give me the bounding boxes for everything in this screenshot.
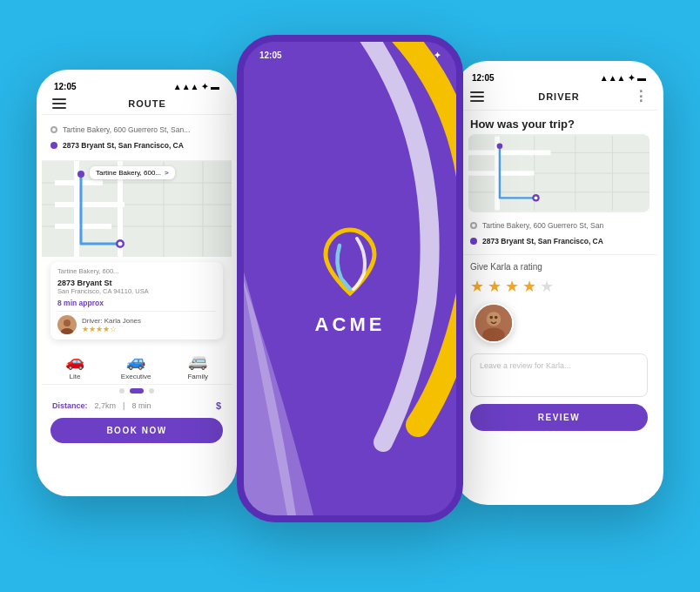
driver-avatar-small bbox=[57, 315, 77, 334]
book-button[interactable]: BOOK NOW bbox=[50, 418, 223, 443]
right-signal: ▲▲▲ ✦ ▬ bbox=[600, 73, 646, 83]
right-dots[interactable]: ⋮ bbox=[634, 88, 648, 104]
to-dot bbox=[50, 142, 57, 149]
review-button[interactable]: REVIEW bbox=[470, 404, 648, 431]
right-status-bar: 12:05 ▲▲▲ ✦ ▬ bbox=[460, 66, 658, 86]
price: $ bbox=[216, 400, 221, 411]
right-from-row: Tartine Bakery, 600 Guerrero St, San bbox=[470, 218, 648, 233]
acme-brand-text: ACME bbox=[315, 313, 386, 336]
divider: | bbox=[123, 401, 125, 410]
review-placeholder: Leave a review for Karla... bbox=[480, 361, 571, 370]
menu-icon[interactable] bbox=[52, 98, 66, 109]
svg-rect-28 bbox=[468, 171, 535, 176]
callout-text: Tartine Bakery, 600... bbox=[96, 169, 161, 177]
distance-value: 2,7km bbox=[95, 401, 117, 410]
splash-screen: 12:05 ▲▲▲ ✦ bbox=[244, 42, 456, 515]
from-address: Tartine Bakery, 600 Guerrero St, San... bbox=[63, 125, 190, 134]
right-from-dot bbox=[470, 222, 477, 229]
stars-small: ★★★★☆ bbox=[82, 325, 141, 333]
car-family-label: Family bbox=[187, 373, 208, 380]
car-lite-icon: 🚗 bbox=[65, 352, 84, 371]
phone-left: 12:05 ▲▲▲ ✦ ▬ ROUTE Tartine Bakery, 600 … bbox=[37, 70, 237, 496]
right-menu-icon[interactable] bbox=[470, 91, 484, 102]
rating-title: Give Karla a rating bbox=[470, 262, 648, 272]
star-4[interactable]: ★ bbox=[522, 277, 536, 296]
car-exec-icon: 🚙 bbox=[126, 352, 145, 371]
distance-label: Distance: bbox=[52, 401, 88, 410]
left-time: 12:05 bbox=[54, 82, 77, 91]
driver-info-small: Driver: Karla Jones ★★★★☆ bbox=[82, 317, 141, 333]
center-status-bar: 12:05 ▲▲▲ ✦ bbox=[244, 50, 456, 60]
right-from-addr: Tartine Bakery, 600 Guerrero St, San bbox=[482, 221, 603, 230]
phone-center: 12:05 ▲▲▲ ✦ bbox=[237, 35, 463, 522]
svg-point-17 bbox=[61, 328, 73, 334]
svg-rect-10 bbox=[55, 224, 111, 229]
acme-logo-svg bbox=[311, 221, 389, 299]
right-to-addr: 2873 Bryant St, San Francisco, CA bbox=[482, 237, 603, 246]
car-options: 🚗 Lite 🚙 Executive 🚐 Family bbox=[42, 345, 232, 385]
svg-point-34 bbox=[482, 327, 505, 341]
bubble-to-sub: San Francisco, CA 94110, USA bbox=[57, 287, 216, 295]
selector-dot-3 bbox=[149, 388, 154, 394]
left-title: ROUTE bbox=[73, 98, 221, 109]
svg-rect-27 bbox=[468, 151, 551, 156]
svg-point-13 bbox=[77, 171, 84, 178]
right-header: DRIVER ⋮ bbox=[460, 86, 658, 111]
stars-row[interactable]: ★ ★ ★ ★ ★ bbox=[470, 277, 648, 296]
driver-row: Driver: Karla Jones ★★★★☆ bbox=[57, 311, 216, 334]
driver-name: Driver: Karla Jones bbox=[82, 317, 141, 325]
svg-point-35 bbox=[489, 316, 493, 320]
svg-point-15 bbox=[118, 242, 123, 246]
distance-row: Distance: 2,7km | 8 min $ bbox=[42, 397, 232, 414]
star-1[interactable]: ★ bbox=[470, 277, 484, 296]
map-callout: Tartine Bakery, 600... > bbox=[90, 166, 175, 179]
right-to-row: 2873 Bryant St, San Francisco, CA bbox=[470, 233, 648, 249]
from-dot bbox=[50, 126, 57, 133]
left-map: Tartine Bakery, 600... > bbox=[42, 161, 232, 257]
rating-section: Give Karla a rating ★ ★ ★ ★ ★ bbox=[460, 255, 658, 350]
car-executive[interactable]: 🚙 Executive bbox=[121, 352, 151, 380]
driver-avatar-large bbox=[474, 303, 514, 343]
to-address: 2873 Bryant St, San Francisco, CA bbox=[63, 141, 184, 150]
car-lite-label: Lite bbox=[70, 373, 81, 380]
svg-point-36 bbox=[495, 316, 498, 320]
duration: 8 min bbox=[131, 401, 151, 410]
center-time: 12:05 bbox=[259, 50, 282, 60]
bubble-to-title: 2873 Bryant St bbox=[57, 279, 216, 287]
left-header: ROUTE bbox=[42, 95, 232, 115]
info-bubble: Tartine Bakery, 600... 2873 Bryant St Sa… bbox=[50, 262, 223, 340]
left-signal: ▲▲▲ ✦ ▬ bbox=[173, 82, 219, 91]
right-map bbox=[468, 134, 650, 212]
bubble-eta: 8 min approx bbox=[57, 299, 216, 307]
trip-question: How was your trip? bbox=[460, 111, 658, 134]
svg-point-33 bbox=[487, 312, 501, 326]
svg-rect-9 bbox=[55, 202, 125, 207]
right-to-dot bbox=[470, 238, 477, 245]
center-signal: ▲▲▲ ✦ bbox=[406, 50, 441, 60]
to-row: 2873 Bryant St, San Francisco, CA bbox=[50, 138, 223, 153]
car-family-icon: 🚐 bbox=[188, 352, 207, 371]
right-time: 12:05 bbox=[472, 73, 495, 83]
selector-dot-1 bbox=[119, 388, 125, 394]
car-family[interactable]: 🚐 Family bbox=[187, 352, 208, 380]
car-lite[interactable]: 🚗 Lite bbox=[65, 352, 84, 380]
star-5[interactable]: ★ bbox=[540, 277, 554, 296]
from-row: Tartine Bakery, 600 Guerrero St, San... bbox=[50, 122, 223, 138]
logo-area: ACME bbox=[311, 221, 389, 336]
svg-point-16 bbox=[64, 320, 71, 326]
route-inputs: Tartine Bakery, 600 Guerrero St, San... … bbox=[42, 115, 232, 161]
car-selector bbox=[42, 385, 232, 397]
phone-right: 12:05 ▲▲▲ ✦ ▬ DRIVER ⋮ How was your trip… bbox=[454, 61, 663, 505]
svg-point-31 bbox=[535, 196, 538, 199]
phones-container: 12:05 ▲▲▲ ✦ ▬ ROUTE Tartine Bakery, 600 … bbox=[10, 17, 690, 575]
star-3[interactable]: ★ bbox=[505, 277, 519, 296]
svg-point-29 bbox=[497, 143, 503, 149]
review-input[interactable]: Leave a review for Karla... bbox=[470, 353, 648, 397]
left-status-bar: 12:05 ▲▲▲ ✦ ▬ bbox=[42, 75, 232, 95]
selector-dot-2 bbox=[130, 388, 144, 394]
right-route-inputs: Tartine Bakery, 600 Guerrero St, San 287… bbox=[460, 212, 658, 255]
bubble-from: Tartine Bakery, 600... bbox=[57, 267, 216, 275]
right-title: DRIVER bbox=[484, 91, 634, 102]
car-exec-label: Executive bbox=[121, 373, 151, 380]
star-2[interactable]: ★ bbox=[488, 277, 501, 296]
